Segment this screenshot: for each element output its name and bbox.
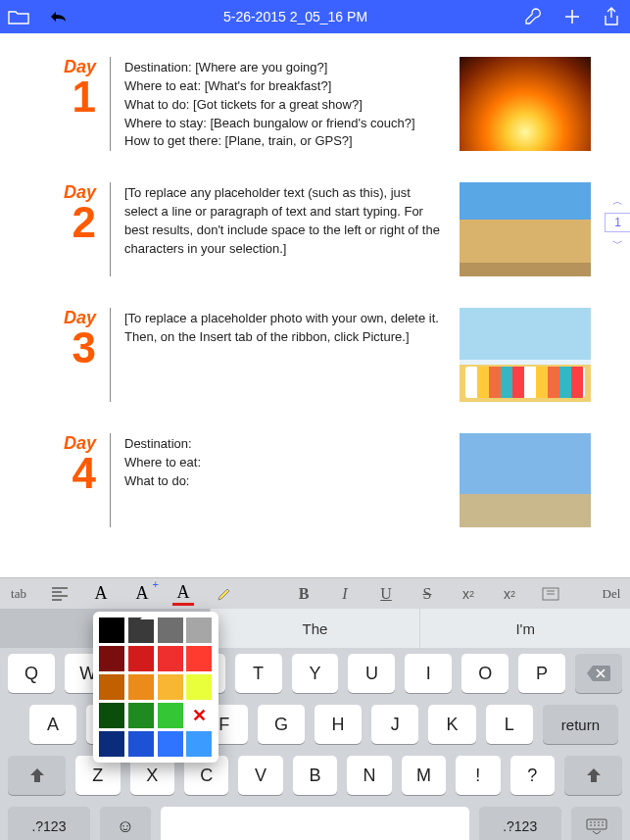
color-swatch[interactable] [158,618,183,643]
color-swatch[interactable] [99,703,124,728]
superscript-button[interactable]: x2 [499,582,520,606]
day-photo[interactable] [460,182,591,276]
day-text[interactable]: Destination: [Where are you going?]Where… [124,57,446,151]
key-n[interactable]: N [347,756,391,795]
key-j[interactable]: J [371,705,418,744]
emoji-key[interactable]: ☺ [100,807,151,840]
tab-key-button[interactable]: tab [8,582,29,606]
underline-button[interactable]: U [375,582,397,606]
font-color-button[interactable]: A [172,582,194,606]
body-text[interactable]: Destination: [Where are you going?] [124,59,446,77]
day-photo[interactable] [460,433,591,527]
body-text[interactable]: Where to stay: [Beach bungalow or friend… [124,115,446,133]
color-swatch[interactable] [128,674,154,700]
space-key[interactable] [161,807,468,840]
key-?[interactable]: ? [510,756,555,795]
color-swatch[interactable] [158,703,183,728]
key-h[interactable]: H [315,705,362,744]
key-t[interactable]: T [235,654,282,693]
day-label: Day 4 [39,433,96,527]
numeric-key-left[interactable]: .?123 [8,807,90,840]
subscript-button[interactable]: x2 [458,582,479,606]
day-text[interactable]: Destination:Where to eat:What to do: [124,433,446,527]
key-g[interactable]: G [258,705,305,744]
key-o[interactable]: O [461,654,509,693]
day-label: Day 2 [39,182,96,276]
day-photo[interactable] [460,308,591,402]
document-canvas[interactable]: Day 1 Destination: [Where are you going?… [0,33,630,577]
color-swatch[interactable] [128,731,154,757]
suggestion-center[interactable]: The [211,609,420,648]
color-swatch-none[interactable] [186,703,212,728]
body-text[interactable]: Destination: [124,435,446,454]
body-text[interactable]: How to get there: [Plane, train, or GPS?… [124,132,446,151]
key-a[interactable]: A [29,705,76,744]
body-text[interactable]: Where to eat: [124,454,446,472]
folder-icon[interactable] [8,6,29,27]
shift-key-right[interactable] [564,756,622,795]
color-swatch[interactable] [158,731,183,757]
key-v[interactable]: V [238,756,282,795]
color-swatch[interactable] [128,618,154,643]
body-text[interactable]: What to do: [124,472,446,491]
key-m[interactable]: M [402,756,446,795]
key-u[interactable]: U [348,654,395,693]
color-swatch[interactable] [186,646,212,671]
color-swatch[interactable] [128,703,154,728]
day-text[interactable]: [To replace a placeholder photo with you… [124,308,446,402]
strikethrough-button[interactable]: S [416,582,438,606]
highlight-icon[interactable] [214,582,235,606]
page-number: 1 [605,213,630,232]
color-swatch[interactable] [99,674,124,700]
bold-button[interactable]: B [293,582,315,606]
key-q[interactable]: Q [8,654,55,693]
text-box-icon[interactable] [540,582,561,606]
font-size-increase-button[interactable]: A+ [131,582,153,606]
suggestion-right[interactable]: I'm [420,609,630,648]
undo-icon[interactable] [47,6,69,27]
delete-button[interactable]: Del [601,582,622,606]
color-swatch[interactable] [158,646,183,671]
return-key[interactable]: return [543,705,618,744]
key-i[interactable]: I [405,654,452,693]
key-b[interactable]: B [293,756,337,795]
shift-key-left[interactable] [8,756,66,795]
numeric-key-right[interactable]: .?123 [479,807,561,840]
backspace-key[interactable] [575,654,622,693]
wrench-icon[interactable] [522,6,544,27]
body-text[interactable]: What to do: [Got tickets for a great sho… [124,96,446,115]
color-swatch[interactable] [186,731,212,757]
paragraph-align-icon[interactable] [49,582,71,606]
day-block: Day 4 Destination:Where to eat:What to d… [39,433,591,527]
hide-keyboard-key[interactable] [571,807,622,840]
key-l[interactable]: L [486,705,533,744]
body-text[interactable]: Where to eat: [What's for breakfast?] [124,77,446,96]
key-y[interactable]: Y [292,654,339,693]
color-swatch[interactable] [186,674,212,700]
plus-icon[interactable] [561,6,583,27]
key-![interactable]: ! [456,756,500,795]
color-swatch[interactable] [99,618,124,643]
key-p[interactable]: P [518,654,565,693]
color-swatch[interactable] [158,674,183,700]
body-text[interactable]: [To replace a placeholder photo with you… [124,310,446,347]
key-k[interactable]: K [428,705,475,744]
font-size-button[interactable]: A [90,582,112,606]
day-block: Day 3 [To replace a placeholder photo wi… [39,308,591,402]
chevron-up-icon[interactable]: ︿ [612,194,623,209]
color-swatch[interactable] [99,646,124,671]
color-swatch[interactable] [99,731,124,757]
page-indicator[interactable]: ︿ 1 ﹀ [605,194,630,251]
chevron-down-icon[interactable]: ﹀ [612,236,623,251]
color-swatch[interactable] [186,618,212,643]
day-photo[interactable] [460,57,591,151]
italic-button[interactable]: I [334,582,356,606]
top-toolbar: 5-26-2015 2_05_16 PM [0,0,630,33]
share-icon[interactable] [601,6,622,27]
day-number: 4 [39,452,96,495]
color-swatch[interactable] [128,646,154,671]
day-block: Day 1 Destination: [Where are you going?… [39,57,591,151]
day-text[interactable]: [To replace any placeholder text (such a… [124,182,446,276]
body-text[interactable]: [To replace any placeholder text (such a… [124,184,446,258]
document-title: 5-26-2015 2_05_16 PM [69,9,522,25]
